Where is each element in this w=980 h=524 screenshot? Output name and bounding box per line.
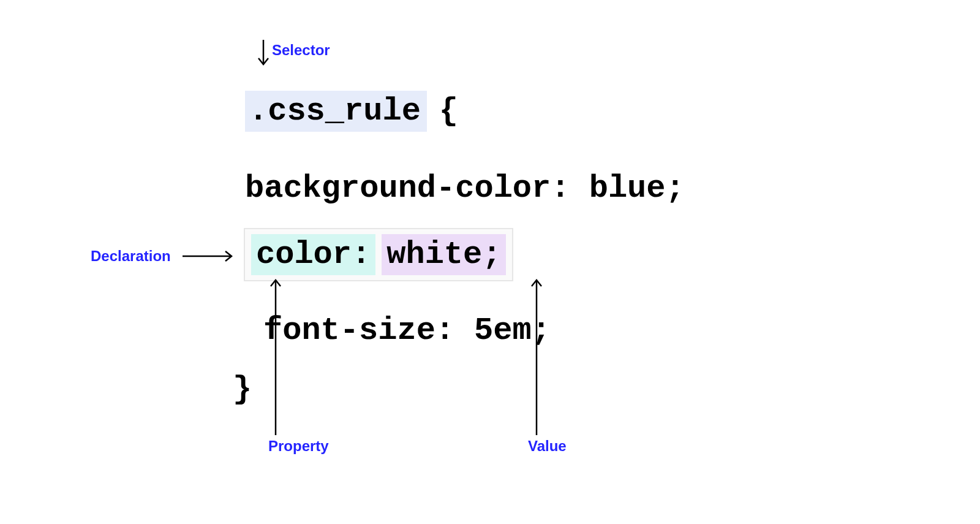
arrow-right-icon	[183, 250, 236, 262]
close-brace: }	[233, 371, 252, 408]
selector-text: .css_rule	[245, 91, 427, 132]
value-text: white;	[382, 234, 506, 275]
open-brace: {	[439, 93, 458, 129]
property-label: Property	[268, 438, 329, 455]
arrow-up-icon	[530, 279, 543, 435]
arrow-up-icon	[270, 279, 282, 435]
declaration-line-1: background-color: blue;	[245, 170, 685, 207]
arrow-down-icon	[257, 40, 270, 69]
declaration-box: color: white;	[244, 228, 513, 281]
selector-label: Selector	[272, 42, 330, 59]
value-label: Value	[528, 438, 567, 455]
property-line-3: font-size:	[263, 313, 454, 349]
declaration-label: Declaration	[91, 248, 171, 265]
property-text: color:	[251, 234, 375, 275]
